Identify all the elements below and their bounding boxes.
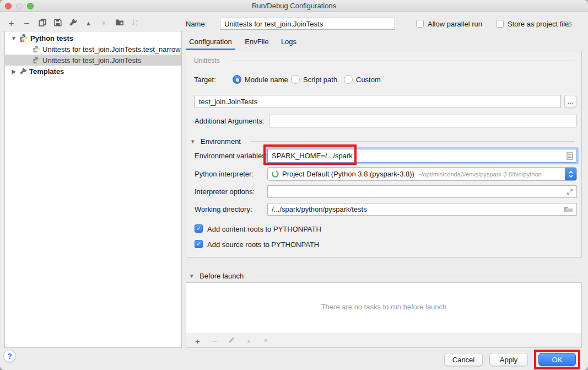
target-label: Target:: [194, 76, 216, 84]
save-icon: [54, 19, 62, 28]
window-title: Run/Debug Configurations: [0, 0, 588, 12]
move-task-up-button[interactable]: ▲: [243, 335, 255, 347]
python-interpreter-combobox[interactable]: Project Default (Python 3.8 (pyspark-3.8…: [267, 167, 577, 181]
remove-configuration-button[interactable]: −: [21, 17, 33, 29]
python-interpreter-value: Project Default (Python 3.8 (pyspark-3.8…: [282, 170, 414, 178]
templates-wrench-icon: [19, 67, 27, 75]
gear-icon[interactable]: [565, 20, 573, 30]
move-down-icon: ▼: [101, 20, 107, 26]
interpreter-options-label: Interpreter options:: [195, 187, 255, 196]
target-module-name-radio[interactable]: [233, 75, 241, 84]
apply-button[interactable]: Apply: [489, 353, 528, 366]
add-task-button[interactable]: +: [192, 335, 203, 347]
python-tests-icon: [19, 34, 28, 42]
conda-environment-icon: [271, 170, 279, 178]
new-folder-button[interactable]: [114, 17, 125, 29]
edit-templates-button[interactable]: [67, 17, 79, 29]
before-launch-task-list[interactable]: There are no tasks to run before launch: [186, 283, 581, 334]
before-launch-panel: There are no tasks to run before launch …: [186, 282, 582, 348]
help-button[interactable]: ?: [3, 350, 16, 362]
move-task-down-button[interactable]: ▼: [260, 335, 272, 347]
before-launch-empty-message: There are no tasks to run before launch: [186, 303, 581, 311]
before-launch-section-label[interactable]: Before launch: [199, 272, 244, 280]
check-icon: ✓: [196, 240, 201, 248]
target-module-name-label[interactable]: Module name: [245, 76, 288, 84]
ok-button[interactable]: OK: [538, 353, 576, 366]
plus-icon: +: [195, 337, 200, 345]
add-configuration-button[interactable]: +: [6, 17, 17, 29]
add-content-roots-label[interactable]: Add content roots to PYTHONPATH: [207, 225, 321, 233]
environment-separator: [251, 141, 575, 142]
allow-parallel-run-checkbox[interactable]: [416, 20, 424, 28]
interpreter-options-input[interactable]: [268, 186, 576, 197]
minus-icon: −: [24, 19, 30, 28]
save-configuration-button[interactable]: [52, 17, 63, 29]
tree-item-templates[interactable]: ▶ Templates: [5, 66, 181, 77]
tree-collapse-icon[interactable]: ▶: [10, 68, 17, 74]
tab-envfile[interactable]: EnvFile: [242, 37, 271, 50]
before-launch-separator: [251, 276, 582, 276]
environment-collapse-icon[interactable]: ▾: [191, 138, 195, 145]
environment-variables-input[interactable]: [268, 149, 576, 162]
plus-icon: +: [9, 19, 14, 28]
edit-task-button[interactable]: [226, 335, 238, 347]
target-custom-radio[interactable]: [344, 75, 353, 84]
interpreter-options-field: [267, 185, 577, 198]
working-directory-field: [267, 203, 577, 216]
additional-arguments-field: [269, 115, 576, 127]
copy-icon: [39, 19, 46, 28]
group-separator: [228, 61, 575, 61]
wrench-icon: [69, 18, 77, 28]
target-value-input[interactable]: [195, 95, 560, 108]
check-icon: ✓: [196, 225, 201, 232]
additional-arguments-input[interactable]: [269, 115, 576, 127]
move-down-icon: ▼: [263, 338, 269, 344]
edit-variables-icon[interactable]: [567, 152, 573, 160]
working-directory-input[interactable]: [268, 203, 576, 215]
configurations-tree: ▼ Python tests Unittests for test_join.J…: [4, 31, 182, 348]
copy-configuration-button[interactable]: [36, 17, 48, 29]
before-launch-collapse-icon[interactable]: ▾: [190, 272, 193, 280]
add-source-roots-checkbox[interactable]: ✓: [195, 240, 203, 248]
sort-az-icon: az: [131, 19, 139, 28]
tree-item-label: Python tests: [30, 34, 73, 42]
new-folder-icon: [115, 19, 124, 28]
tab-logs[interactable]: Logs: [278, 37, 299, 50]
environment-section-label[interactable]: Environment: [201, 137, 241, 146]
add-content-roots-checkbox[interactable]: ✓: [195, 224, 203, 233]
name-input[interactable]: [220, 18, 395, 29]
sort-configurations-button[interactable]: az: [129, 17, 141, 29]
add-source-roots-label[interactable]: Add source roots to PYTHONPATH: [207, 240, 319, 249]
svg-text:z: z: [136, 23, 138, 26]
tree-item-python-tests[interactable]: ▼ Python tests: [5, 33, 181, 44]
target-script-path-radio[interactable]: [291, 75, 300, 84]
move-up-icon: ▲: [246, 338, 252, 344]
tree-expand-icon[interactable]: ▼: [10, 35, 17, 41]
target-script-path-label[interactable]: Script path: [303, 76, 337, 84]
additional-arguments-label: Additional Arguments:: [195, 117, 264, 125]
store-as-project-file-checkbox[interactable]: [496, 20, 504, 28]
remove-task-button[interactable]: −: [209, 335, 220, 347]
store-as-project-file-label: Store as project file: [508, 20, 569, 28]
name-label: Name:: [186, 20, 207, 28]
move-up-button[interactable]: ▲: [83, 17, 94, 29]
combobox-stepper-icon[interactable]: [565, 167, 576, 181]
run-configuration-icon: [33, 45, 40, 53]
target-value-field: [195, 95, 561, 108]
expand-field-icon[interactable]: [567, 189, 573, 195]
folder-icon[interactable]: [564, 206, 573, 213]
cancel-button[interactable]: Cancel: [444, 353, 483, 366]
tree-item-label: Unittests for test_join.JoinTests: [42, 56, 141, 65]
configuration-panel: Unittests Target: Module name Script pat…: [186, 51, 582, 258]
target-custom-label[interactable]: Custom: [356, 76, 381, 84]
tree-item-unittests-test-narrow[interactable]: Unittests for test_join.JoinTests.test_n…: [5, 44, 181, 55]
titlebar[interactable]: Run/Debug Configurations: [0, 0, 588, 12]
tab-configuration[interactable]: Configuration: [186, 37, 235, 50]
move-down-button[interactable]: ▼: [98, 17, 110, 29]
allow-parallel-run-label: Allow parallel run: [428, 20, 482, 28]
browse-button[interactable]: ...: [564, 95, 576, 108]
pencil-icon: [228, 336, 235, 345]
python-interpreter-path: ~/opt/miniconda3/envs/pyspark-3.8/bin/py…: [418, 171, 542, 178]
name-field-wrap: [220, 18, 395, 30]
tree-item-unittests-jointests-selected[interactable]: Unittests for test_join.JoinTests: [5, 55, 181, 66]
